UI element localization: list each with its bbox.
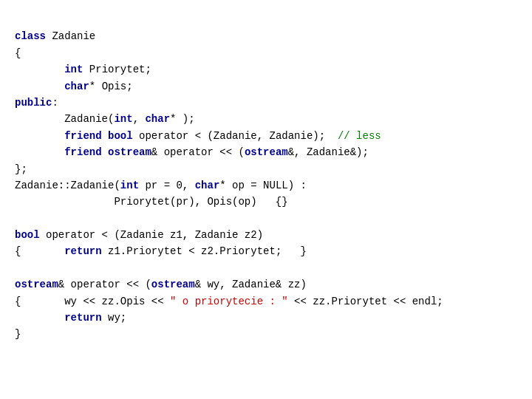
line-7: friend bool operator < (Zadanie, Zadanie… [15, 130, 381, 142]
line-17: { wy << zz.Opis << " o priorytecie : " <… [15, 296, 443, 307]
line-2: { [15, 47, 21, 59]
line-9: }; [15, 163, 27, 175]
line-19: } [15, 328, 21, 340]
line-14: { return z1.Priorytet < z2.Priorytet; } [15, 245, 307, 257]
line-1: class Zadanie [15, 30, 95, 42]
line-4: char* Opis; [15, 81, 133, 92]
line-11: Priorytet(pr), Opis(op) {} [15, 196, 288, 208]
line-13: bool operator < (Zadanie z1, Zadanie z2) [15, 229, 263, 241]
line-8: friend ostream& operator << (ostream&, Z… [15, 146, 369, 158]
code-container: class Zadanie { int Priorytet; char* Opi… [15, 12, 517, 343]
line-6: Zadanie(int, char* ); [15, 113, 195, 125]
line-5: public: [15, 97, 58, 109]
line-18: return wy; [15, 312, 126, 324]
line-10: Zadanie::Zadanie(int pr = 0, char* op = … [15, 180, 307, 191]
line-16: ostream& operator << (ostream& wy, Zadan… [15, 279, 307, 290]
line-3: int Priorytet; [15, 64, 151, 75]
